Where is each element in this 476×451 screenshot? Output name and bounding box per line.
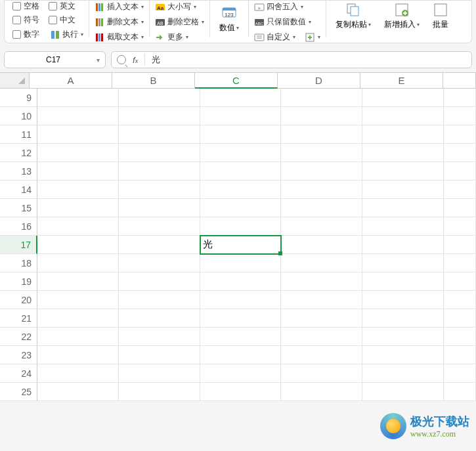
cell-B21[interactable] [119,309,200,328]
cell-B19[interactable] [119,272,200,291]
cell-partial-24[interactable] [444,364,476,383]
column-header-A[interactable]: A [30,73,112,89]
cell-B15[interactable] [119,199,200,217]
execute-button[interactable]: 执行 ▾ [49,28,85,41]
cell-C25[interactable] [200,383,282,401]
cell-E15[interactable] [362,199,444,217]
row-header-10[interactable]: 10 [0,107,37,125]
extract-text-button[interactable]: 截取文本 ▾ [93,31,145,43]
cell-E25[interactable] [362,383,444,401]
insert-text-button[interactable]: 插入文本 ▾ [93,1,145,13]
cell-A24[interactable] [37,364,119,383]
cell-D10[interactable] [281,107,362,125]
cell-A13[interactable] [37,162,119,181]
cell-A20[interactable] [37,291,119,309]
cell-B25[interactable] [119,383,200,401]
cell-partial-16[interactable] [444,217,476,236]
cell-E17[interactable] [362,236,444,254]
cell-partial-22[interactable] [444,328,476,346]
more-button[interactable]: 更多 ▾ [154,31,206,43]
round-button[interactable]: ≈ 四舍五入 ▾ [253,1,322,13]
cell-D16[interactable] [281,217,362,236]
fx-icon[interactable]: fx [133,55,138,65]
column-header-partial[interactable] [443,73,476,89]
cell-A17[interactable] [37,236,119,254]
cell-C9[interactable] [200,89,282,107]
cell-B17[interactable] [119,236,200,254]
cell-D12[interactable] [281,144,362,162]
cell-A16[interactable] [37,217,119,236]
cell-B24[interactable] [119,364,200,383]
cell-D24[interactable] [281,364,362,383]
delete-space-button[interactable]: AB 删除空格 ▾ [154,16,206,28]
cell-A10[interactable] [37,107,119,125]
cell-partial-17[interactable] [444,236,476,254]
formula-bar[interactable]: fx 光 [111,51,472,68]
cell-D20[interactable] [281,291,362,309]
cell-C12[interactable] [200,144,282,162]
cell-B9[interactable] [119,89,200,107]
cell-E20[interactable] [362,291,444,309]
cell-A9[interactable] [37,89,119,107]
cell-C24[interactable] [200,364,282,383]
cell-partial-20[interactable] [444,291,476,309]
cell-A23[interactable] [37,346,119,364]
cell-C13[interactable] [200,162,282,181]
cell-A14[interactable] [37,181,119,199]
column-header-D[interactable]: D [278,73,360,89]
cell-E12[interactable] [362,144,444,162]
cell-D13[interactable] [281,162,362,181]
cell-B10[interactable] [119,107,200,125]
zoom-icon[interactable] [117,55,126,64]
cell-E23[interactable] [362,346,444,364]
cell-E9[interactable] [362,89,444,107]
column-header-E[interactable]: E [360,73,443,89]
cell-C14[interactable] [200,181,282,199]
cell-E21[interactable] [362,309,444,328]
keep-numeric-button[interactable]: ABC 只保留数值 ▾ [253,16,322,28]
cell-B18[interactable] [119,254,200,272]
cell-B22[interactable] [119,328,200,346]
row-header-16[interactable]: 16 [0,217,37,236]
cell-partial-25[interactable] [444,383,476,401]
row-header-19[interactable]: 19 [0,272,37,291]
cell-C20[interactable] [200,291,282,309]
cell-C19[interactable] [200,272,282,291]
custom-button[interactable]: 自定义 ▾ [253,31,297,43]
row-header-18[interactable]: 18 [0,254,37,272]
cell-D14[interactable] [281,181,362,199]
cell-A25[interactable] [37,383,119,401]
cell-partial-18[interactable] [444,254,476,272]
cell-B14[interactable] [119,181,200,199]
cell-partial-19[interactable] [444,272,476,291]
cell-partial-11[interactable] [444,125,476,144]
cell-A18[interactable] [37,254,119,272]
cell-E19[interactable] [362,272,444,291]
add-button[interactable]: ▾ [303,32,322,43]
cell-D17[interactable] [281,236,362,254]
cell-C17[interactable]: 光 [200,236,282,254]
name-box[interactable]: C17 ▾ [4,51,106,68]
select-all-corner[interactable] [0,73,30,89]
numeric-button[interactable]: 123 数值▾ [214,4,244,35]
cell-D23[interactable] [281,346,362,364]
cell-C23[interactable] [200,346,282,364]
cell-C18[interactable] [200,254,282,272]
row-header-17[interactable]: 17 [0,236,37,254]
cell-B23[interactable] [119,346,200,364]
row-header-11[interactable]: 11 [0,125,37,144]
row-header-20[interactable]: 20 [0,291,37,309]
row-header-9[interactable]: 9 [0,89,37,107]
cell-C11[interactable] [200,125,282,144]
row-header-22[interactable]: 22 [0,328,37,346]
cell-A21[interactable] [37,309,119,328]
cell-B20[interactable] [119,291,200,309]
row-header-14[interactable]: 14 [0,181,37,199]
column-header-B[interactable]: B [112,73,195,89]
checkbox-english[interactable] [49,2,57,11]
cell-C16[interactable] [200,217,282,236]
cell-partial-14[interactable] [444,181,476,199]
cell-A22[interactable] [37,328,119,346]
cell-D18[interactable] [281,254,362,272]
row-header-15[interactable]: 15 [0,199,37,217]
